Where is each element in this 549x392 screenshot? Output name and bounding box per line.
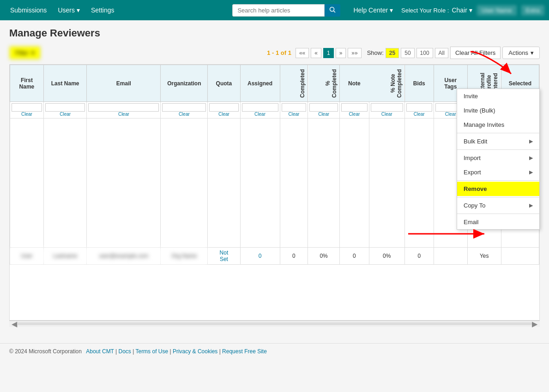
top-nav: Submissions Users ▾ Settings Help Center… [0, 0, 549, 20]
filter-dropdown-button[interactable]: Filter ▾ [9, 46, 41, 59]
footer-link-privacy[interactable]: Privacy & Cookies [173, 348, 217, 355]
col-last-name: Last Name [43, 65, 86, 102]
clear-note[interactable]: Clear [341, 112, 368, 117]
show-100-button[interactable]: 100 [416, 48, 433, 58]
divider-4 [457, 197, 539, 197]
svg-line-1 [334, 11, 336, 12]
cell-user-tags [434, 248, 467, 265]
col-bids: Bids [404, 65, 434, 102]
actions-button[interactable]: Actions ▾ [502, 47, 540, 59]
col-quota: Quota [208, 65, 240, 102]
col-note: Note [340, 65, 369, 102]
dropdown-item-manage-invites[interactable]: Manage Invites [457, 118, 539, 132]
dropdown-item-remove[interactable]: Remove [457, 182, 539, 196]
divider-2 [457, 149, 539, 150]
clear-pct-note[interactable]: Clear [371, 112, 403, 117]
clear-last-name[interactable]: Clear [45, 112, 85, 117]
col-organization: Organization [161, 65, 208, 102]
extra-nav-button[interactable]: Extra [521, 5, 544, 16]
search-button[interactable] [325, 4, 340, 17]
dropdown-item-invite[interactable]: Invite [457, 89, 539, 103]
filter-chevron-icon: ▾ [31, 49, 35, 56]
filter-first-name[interactable] [12, 103, 42, 112]
dropdown-item-invite-bulk[interactable]: Invite (Bulk) [457, 103, 539, 118]
clear-quota[interactable]: Clear [209, 112, 238, 117]
footer-link-about[interactable]: About CMT [86, 348, 114, 355]
dropdown-item-bulk-edit[interactable]: Bulk Edit ▶ [457, 134, 539, 148]
scroll-left-button[interactable]: ◀ [12, 320, 17, 328]
page-title: Manage Reviewers [9, 27, 540, 39]
clear-email[interactable]: Clear [88, 112, 159, 117]
main-content: Manage Reviewers Filter ▾ 1 - 1 of 1 «« … [0, 20, 549, 334]
footer-link-request-site[interactable]: Request Free Site [222, 348, 267, 355]
clear-all-filters-button[interactable]: Clear All Filters [450, 47, 501, 59]
page-last-button[interactable]: »» [348, 48, 361, 58]
page-first-button[interactable]: «« [296, 48, 309, 58]
show-25-button[interactable]: 25 [386, 48, 399, 58]
footer-link-docs[interactable]: Docs [119, 348, 131, 355]
scroll-track [17, 322, 532, 325]
page-prev-button[interactable]: « [311, 48, 321, 58]
filter-bids[interactable] [406, 103, 432, 112]
nav-users[interactable]: Users ▾ [52, 0, 85, 20]
filter-last-name[interactable] [45, 103, 85, 112]
cell-last-name: Lastname [43, 248, 86, 265]
filter-email[interactable] [88, 103, 159, 112]
cell-bids: 0 [404, 248, 434, 265]
copy-to-arrow-icon: ▶ [529, 202, 533, 208]
col-pct-completed: % Completed [308, 65, 340, 102]
clear-bids[interactable]: Clear [406, 112, 432, 117]
clear-pct-completed[interactable]: Clear [309, 112, 338, 117]
cell-note: 0 [340, 248, 369, 265]
cell-completed: 0 [280, 248, 308, 265]
col-completed: Completed [280, 65, 308, 102]
dropdown-item-copy-to[interactable]: Copy To ▶ [457, 198, 539, 213]
dropdown-item-import[interactable]: Import ▶ [457, 151, 539, 165]
col-pct-note-completed: % Note Completed [369, 65, 404, 102]
import-arrow-icon: ▶ [529, 155, 533, 161]
filter-completed[interactable] [282, 103, 307, 112]
show-50-button[interactable]: 50 [401, 48, 414, 58]
help-center-chevron-icon: ▾ [390, 6, 393, 14]
footer-link-terms[interactable]: Terms of Use [135, 348, 168, 355]
users-chevron-icon: ▾ [77, 0, 80, 20]
filter-assigned[interactable] [242, 103, 278, 112]
clear-completed[interactable]: Clear [282, 112, 307, 117]
cell-email: user@example.com [87, 248, 161, 265]
horizontal-scrollbar[interactable]: ◀ ▶ [9, 321, 540, 327]
filter-pct-note[interactable] [371, 103, 403, 112]
dropdown-item-export[interactable]: Export ▶ [457, 165, 539, 179]
actions-chevron-icon: ▾ [531, 49, 534, 56]
help-center-button[interactable]: Help Center ▾ [350, 6, 397, 14]
divider-1 [457, 133, 539, 133]
scroll-right-button[interactable]: ▶ [532, 320, 537, 328]
cell-selected [501, 248, 539, 265]
page-next-button[interactable]: » [336, 48, 346, 58]
empty-row-2 [10, 265, 539, 320]
toolbar: Filter ▾ 1 - 1 of 1 «« « 1 » »» Show: 25… [9, 46, 540, 59]
filter-quota[interactable] [209, 103, 238, 112]
cell-pct-note-completed: 0% [369, 248, 404, 265]
col-assigned: Assigned [240, 65, 280, 102]
nav-submissions[interactable]: Submissions [5, 0, 52, 20]
show-all-button[interactable]: All [435, 48, 448, 58]
page-current-button[interactable]: 1 [323, 48, 334, 58]
dropdown-item-email[interactable]: Email [457, 215, 539, 229]
footer: © 2024 Microsoft Corporation About CMT |… [0, 343, 549, 359]
filter-pct-completed[interactable] [309, 103, 338, 112]
clear-assigned[interactable]: Clear [242, 112, 278, 117]
role-dropdown-button[interactable]: Chair ▾ [452, 6, 472, 14]
user-profile-button[interactable]: User Name [477, 5, 517, 16]
role-select-area: Select Your Role : Chair ▾ [397, 6, 472, 14]
clear-organization[interactable]: Clear [162, 112, 206, 117]
svg-point-0 [330, 7, 334, 11]
divider-5 [457, 214, 539, 214]
filter-organization[interactable] [162, 103, 206, 112]
search-input[interactable] [232, 4, 325, 17]
pagination-info: 1 - 1 of 1 [267, 49, 291, 56]
nav-settings[interactable]: Settings [85, 0, 120, 20]
cell-assigned[interactable]: 0 [240, 248, 280, 265]
clear-first-name[interactable]: Clear [12, 112, 42, 117]
actions-dropdown-menu: Invite Invite (Bulk) Manage Invites Bulk… [457, 89, 540, 230]
filter-note[interactable] [341, 103, 368, 112]
